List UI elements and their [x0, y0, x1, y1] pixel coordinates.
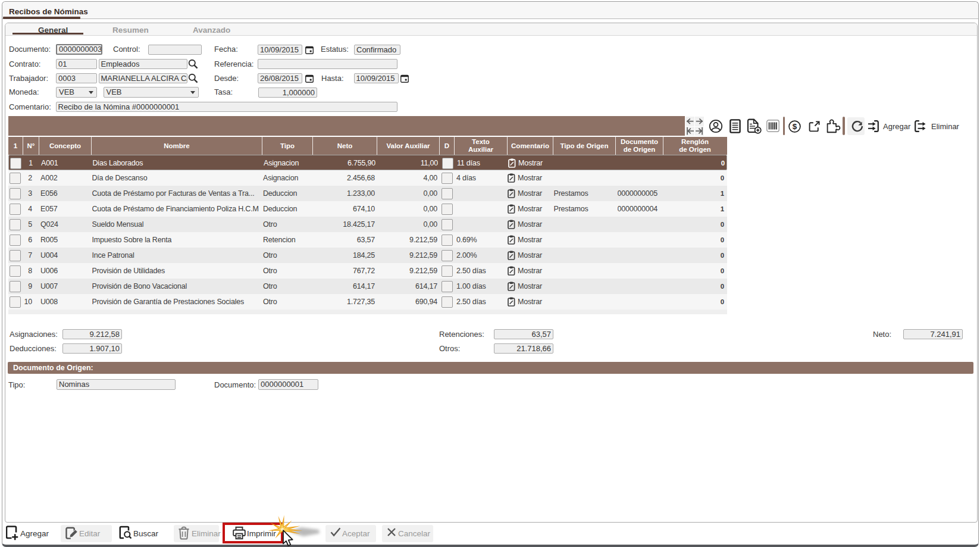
svg-text:$: $ [793, 122, 797, 131]
